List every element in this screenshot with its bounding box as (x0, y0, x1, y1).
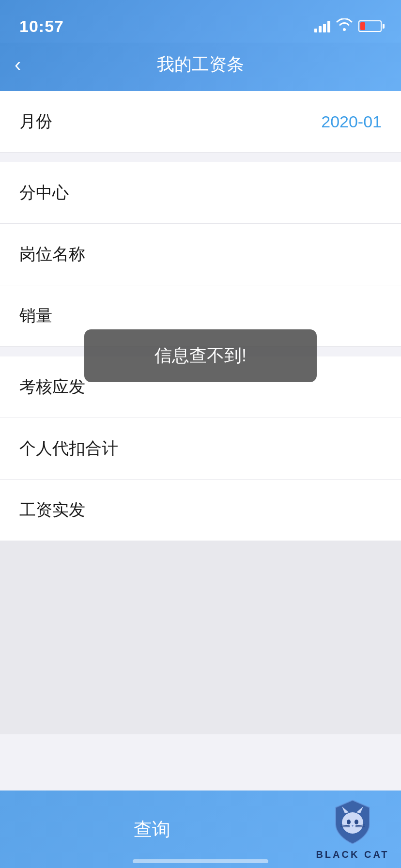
row-position[interactable]: 岗位名称 (0, 224, 401, 285)
nav-bar: ‹ 我的工资条 (0, 43, 401, 91)
label-deduction: 个人代扣合计 (19, 437, 118, 460)
status-time: 10:57 (19, 17, 64, 36)
black-cat-logo: BLACK CAT (304, 790, 401, 868)
divider-2 (0, 347, 401, 356)
signal-icon (314, 20, 330, 32)
row-month[interactable]: 月份 2020-01 (0, 91, 401, 153)
label-sales: 销量 (19, 305, 52, 327)
svg-point-3 (347, 820, 351, 824)
query-button[interactable]: 查询 (0, 790, 304, 868)
label-month: 月份 (19, 110, 52, 133)
value-month: 2020-01 (321, 112, 382, 131)
page-title: 我的工资条 (157, 53, 244, 77)
label-position: 岗位名称 (19, 243, 85, 265)
row-deduction[interactable]: 个人代扣合计 (0, 418, 401, 480)
label-actual-salary: 工资实发 (19, 499, 85, 521)
home-indicator (133, 859, 268, 863)
row-sales[interactable]: 销量 (0, 285, 401, 347)
row-subcenter[interactable]: 分中心 (0, 162, 401, 224)
gray-section (0, 541, 401, 734)
cat-shield-icon (328, 798, 377, 846)
battery-icon (358, 20, 382, 32)
query-button-label: 查询 (134, 817, 170, 842)
back-button[interactable]: ‹ (15, 55, 21, 74)
status-bar: 10:57 (0, 0, 401, 43)
row-assessment[interactable]: 考核应发 (0, 356, 401, 418)
cat-brand-text: BLACK CAT (316, 848, 389, 861)
label-assessment: 考核应发 (19, 376, 85, 398)
svg-point-0 (342, 812, 363, 834)
wifi-icon (336, 18, 353, 34)
label-subcenter: 分中心 (19, 182, 69, 204)
status-icons (314, 18, 382, 34)
svg-point-4 (355, 820, 358, 824)
row-actual-salary[interactable]: 工资实发 (0, 480, 401, 541)
bottom-bar: 查询 (0, 790, 401, 868)
divider-1 (0, 153, 401, 162)
content-area: 月份 2020-01 分中心 岗位名称 销量 考核应发 个人代扣合计 工资实发 (0, 91, 401, 541)
